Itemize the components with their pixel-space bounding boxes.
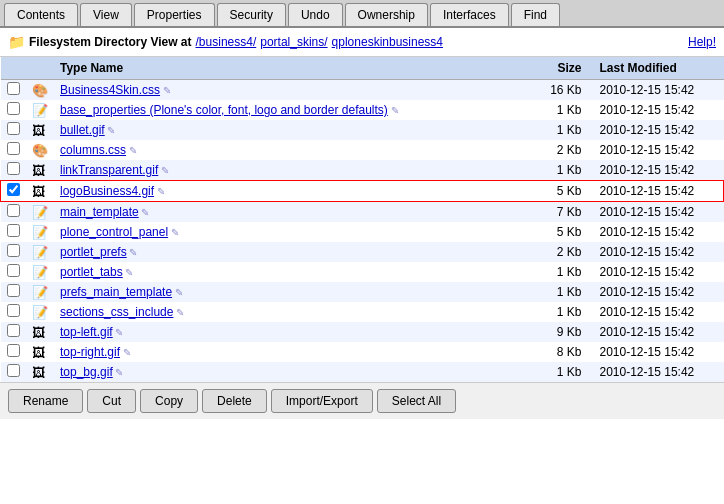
table-row: 🖼top_bg.gif ✎1 Kb2010-12-15 15:42: [1, 362, 724, 382]
table-row: 🖼top-left.gif ✎9 Kb2010-12-15 15:42: [1, 322, 724, 342]
file-name-link[interactable]: top-right.gif: [60, 345, 120, 359]
edit-pencil-icon[interactable]: ✎: [139, 207, 150, 218]
file-modified: 2010-12-15 15:42: [594, 322, 724, 342]
template-icon: 📝: [32, 205, 48, 220]
help-link[interactable]: Help!: [688, 35, 716, 49]
edit-pencil-icon[interactable]: ✎: [168, 227, 179, 238]
table-row: 🖼top-right.gif ✎8 Kb2010-12-15 15:42: [1, 342, 724, 362]
table-row: 📝main_template ✎7 Kb2010-12-15 15:42: [1, 202, 724, 223]
edit-pencil-icon[interactable]: ✎: [158, 165, 169, 176]
table-row: 📝prefs_main_template ✎1 Kb2010-12-15 15:…: [1, 282, 724, 302]
row-checkbox[interactable]: [7, 264, 20, 277]
select-all-button[interactable]: Select All: [377, 389, 456, 413]
header-name-col: Type Name: [54, 57, 534, 80]
file-name-link[interactable]: base_properties (Plone's color, font, lo…: [60, 103, 388, 117]
gif-icon: 🖼: [32, 325, 45, 340]
file-modified: 2010-12-15 15:42: [594, 120, 724, 140]
import-export-button[interactable]: Import/Export: [271, 389, 373, 413]
file-modified: 2010-12-15 15:42: [594, 181, 724, 202]
file-name-link[interactable]: logoBusiness4.gif: [60, 184, 154, 198]
row-checkbox[interactable]: [7, 284, 20, 297]
file-name-link[interactable]: columns.css: [60, 143, 126, 157]
table-row: 📝base_properties (Plone's color, font, l…: [1, 100, 724, 120]
breadcrumb-path3[interactable]: qploneskinbusiness4: [332, 35, 443, 49]
template-icon: 📝: [32, 225, 48, 240]
file-name-link[interactable]: prefs_main_template: [60, 285, 172, 299]
file-size: 16 Kb: [534, 80, 594, 101]
template-icon: 📝: [32, 265, 48, 280]
edit-pencil-icon[interactable]: ✎: [172, 287, 183, 298]
edit-pencil-icon[interactable]: ✎: [113, 327, 124, 338]
file-name-link[interactable]: plone_control_panel: [60, 225, 168, 239]
nav-tab-interfaces[interactable]: Interfaces: [430, 3, 509, 26]
css-icon: 🎨: [32, 143, 48, 158]
edit-pencil-icon[interactable]: ✎: [127, 247, 138, 258]
edit-pencil-icon[interactable]: ✎: [105, 125, 116, 136]
breadcrumb-bar: 📁 Filesystem Directory View at /business…: [0, 28, 724, 57]
gif-icon: 🖼: [32, 365, 45, 380]
file-modified: 2010-12-15 15:42: [594, 160, 724, 181]
file-name-link[interactable]: Business4Skin.css: [60, 83, 160, 97]
edit-pencil-icon[interactable]: ✎: [126, 145, 137, 156]
row-checkbox[interactable]: [7, 102, 20, 115]
edit-pencil-icon[interactable]: ✎: [160, 85, 171, 96]
file-size: 2 Kb: [534, 140, 594, 160]
file-size: 1 Kb: [534, 120, 594, 140]
file-size: 1 Kb: [534, 362, 594, 382]
table-row: 📝sections_css_include ✎1 Kb2010-12-15 15…: [1, 302, 724, 322]
table-header: Type Name Size Last Modified: [1, 57, 724, 80]
row-checkbox[interactable]: [7, 344, 20, 357]
file-modified: 2010-12-15 15:42: [594, 302, 724, 322]
table-row: 🖼linkTransparent.gif ✎1 Kb2010-12-15 15:…: [1, 160, 724, 181]
nav-tab-undo[interactable]: Undo: [288, 3, 343, 26]
file-name-link[interactable]: portlet_tabs: [60, 265, 123, 279]
row-checkbox[interactable]: [7, 162, 20, 175]
nav-tab-view[interactable]: View: [80, 3, 132, 26]
copy-button[interactable]: Copy: [140, 389, 198, 413]
row-checkbox[interactable]: [7, 224, 20, 237]
header-modified-col: Last Modified: [594, 57, 724, 80]
file-name-link[interactable]: main_template: [60, 205, 139, 219]
delete-button[interactable]: Delete: [202, 389, 267, 413]
file-size: 5 Kb: [534, 222, 594, 242]
nav-tab-ownership[interactable]: Ownership: [345, 3, 428, 26]
nav-tab-properties[interactable]: Properties: [134, 3, 215, 26]
edit-pencil-icon[interactable]: ✎: [113, 367, 124, 378]
cut-button[interactable]: Cut: [87, 389, 136, 413]
bottom-toolbar: Rename Cut Copy Delete Import/Export Sel…: [0, 382, 724, 419]
table-row: 🖼bullet.gif ✎1 Kb2010-12-15 15:42: [1, 120, 724, 140]
row-checkbox[interactable]: [7, 183, 20, 196]
gif-icon: 🖼: [32, 123, 45, 138]
row-checkbox[interactable]: [7, 304, 20, 317]
file-name-link[interactable]: top-left.gif: [60, 325, 113, 339]
breadcrumb-path1[interactable]: /business4/: [196, 35, 257, 49]
row-checkbox[interactable]: [7, 142, 20, 155]
gif-icon: 🖼: [32, 163, 45, 178]
row-checkbox[interactable]: [7, 324, 20, 337]
nav-tab-security[interactable]: Security: [217, 3, 286, 26]
edit-pencil-icon[interactable]: ✎: [173, 307, 184, 318]
row-checkbox[interactable]: [7, 364, 20, 377]
nav-tab-find[interactable]: Find: [511, 3, 560, 26]
edit-pencil-icon[interactable]: ✎: [123, 267, 134, 278]
file-list: Type Name Size Last Modified 🎨Business4S…: [0, 57, 724, 382]
row-checkbox[interactable]: [7, 82, 20, 95]
file-name-link[interactable]: portlet_prefs: [60, 245, 127, 259]
table-row: 🖼logoBusiness4.gif ✎5 Kb2010-12-15 15:42: [1, 181, 724, 202]
file-name-link[interactable]: top_bg.gif: [60, 365, 113, 379]
rename-button[interactable]: Rename: [8, 389, 83, 413]
file-modified: 2010-12-15 15:42: [594, 342, 724, 362]
folder-icon: 📁: [8, 34, 25, 50]
edit-pencil-icon[interactable]: ✎: [154, 186, 165, 197]
nav-tab-contents[interactable]: Contents: [4, 3, 78, 26]
breadcrumb-path2[interactable]: portal_skins/: [260, 35, 327, 49]
file-name-link[interactable]: sections_css_include: [60, 305, 173, 319]
file-name-link[interactable]: linkTransparent.gif: [60, 163, 158, 177]
row-checkbox[interactable]: [7, 122, 20, 135]
edit-pencil-icon[interactable]: ✎: [388, 105, 399, 116]
edit-pencil-icon[interactable]: ✎: [120, 347, 131, 358]
file-name-link[interactable]: bullet.gif: [60, 123, 105, 137]
row-checkbox[interactable]: [7, 244, 20, 257]
table-row: 📝plone_control_panel ✎5 Kb2010-12-15 15:…: [1, 222, 724, 242]
row-checkbox[interactable]: [7, 204, 20, 217]
